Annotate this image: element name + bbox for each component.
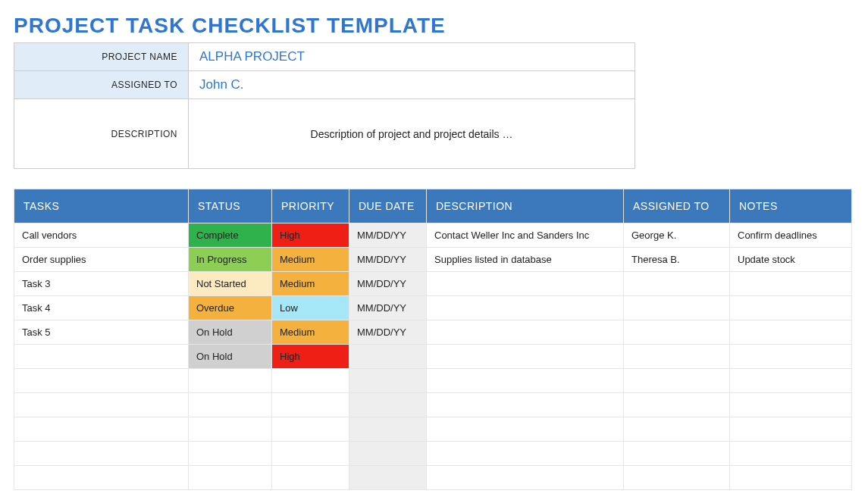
cell-assigned-to[interactable] [624,393,730,417]
assigned-to-label: ASSIGNED TO [14,71,189,99]
col-priority: PRIORITY [272,189,349,223]
table-row: Task 4OverdueLowMM/DD/YY [14,296,852,320]
cell-task[interactable] [14,393,189,417]
cell-priority[interactable] [272,369,349,393]
cell-status[interactable] [189,466,272,490]
cell-task[interactable] [14,417,189,442]
cell-assigned-to[interactable] [624,417,730,442]
col-assigned-to: ASSIGNED TO [624,189,730,223]
cell-status[interactable] [189,369,272,393]
assigned-to-value[interactable]: John C. [189,71,635,99]
cell-notes[interactable]: Confirm deadlines [730,223,852,248]
cell-status[interactable]: In Progress [189,248,272,272]
cell-status[interactable] [189,393,272,417]
cell-due-date[interactable] [349,442,427,466]
cell-status[interactable]: Complete [189,223,272,248]
cell-assigned-to[interactable] [624,466,730,490]
cell-task[interactable]: Task 5 [14,320,189,345]
cell-notes[interactable] [730,393,852,417]
cell-task[interactable]: Task 4 [14,296,189,320]
cell-task[interactable]: Call vendors [14,223,189,248]
cell-priority[interactable] [272,466,349,490]
cell-due-date[interactable] [349,393,427,417]
cell-due-date[interactable]: MM/DD/YY [349,223,427,248]
table-row [14,417,852,442]
table-row: Task 3Not StartedMediumMM/DD/YY [14,272,852,296]
cell-task[interactable] [14,369,189,393]
cell-description[interactable] [427,393,624,417]
cell-assigned-to[interactable] [624,296,730,320]
cell-due-date[interactable] [349,417,427,442]
cell-due-date[interactable]: MM/DD/YY [349,320,427,345]
col-notes: NOTES [730,189,852,223]
cell-assigned-to[interactable] [624,442,730,466]
cell-task[interactable] [14,442,189,466]
table-row: Task 5On HoldMediumMM/DD/YY [14,320,852,345]
cell-status[interactable]: Overdue [189,296,272,320]
project-name-value[interactable]: ALPHA PROJECT [189,43,635,71]
cell-priority[interactable]: High [272,345,349,369]
cell-priority[interactable]: Medium [272,272,349,296]
tasks-header-row: TASKS STATUS PRIORITY DUE DATE DESCRIPTI… [14,189,852,223]
cell-assigned-to[interactable] [624,320,730,345]
cell-description[interactable] [427,345,624,369]
cell-assigned-to[interactable] [624,345,730,369]
cell-priority[interactable]: Medium [272,248,349,272]
cell-task[interactable]: Task 3 [14,272,189,296]
cell-assigned-to[interactable] [624,272,730,296]
cell-due-date[interactable] [349,345,427,369]
table-row [14,466,852,490]
cell-assigned-to[interactable]: George K. [624,223,730,248]
cell-status[interactable] [189,417,272,442]
cell-task[interactable]: Order supplies [14,248,189,272]
cell-notes[interactable] [730,466,852,490]
cell-due-date[interactable]: MM/DD/YY [349,248,427,272]
col-status: STATUS [189,189,272,223]
cell-notes[interactable] [730,320,852,345]
cell-notes[interactable] [730,345,852,369]
cell-priority[interactable] [272,393,349,417]
cell-description[interactable]: Contact Weller Inc and Sanders Inc [427,223,624,248]
cell-description[interactable] [427,369,624,393]
cell-notes[interactable] [730,272,852,296]
cell-due-date[interactable]: MM/DD/YY [349,272,427,296]
cell-priority[interactable]: Medium [272,320,349,345]
description-value[interactable]: Description of project and project detai… [189,99,635,169]
cell-priority[interactable]: High [272,223,349,248]
project-info-table: PROJECT NAME ALPHA PROJECT ASSIGNED TO J… [14,42,635,169]
cell-description[interactable] [427,320,624,345]
cell-description[interactable]: Supplies listed in database [427,248,624,272]
cell-due-date[interactable] [349,466,427,490]
table-row [14,369,852,393]
cell-status[interactable]: On Hold [189,320,272,345]
cell-status[interactable]: Not Started [189,272,272,296]
cell-due-date[interactable] [349,369,427,393]
cell-notes[interactable] [730,369,852,393]
cell-status[interactable] [189,442,272,466]
cell-task[interactable] [14,345,189,369]
cell-due-date[interactable]: MM/DD/YY [349,296,427,320]
description-label: DESCRIPTION [14,99,189,169]
cell-task[interactable] [14,466,189,490]
cell-priority[interactable]: Low [272,296,349,320]
cell-description[interactable] [427,442,624,466]
col-tasks: TASKS [14,189,189,223]
cell-status[interactable]: On Hold [189,345,272,369]
cell-assigned-to[interactable]: Theresa B. [624,248,730,272]
cell-notes[interactable]: Update stock [730,248,852,272]
project-name-label: PROJECT NAME [14,43,189,71]
cell-priority[interactable] [272,442,349,466]
cell-description[interactable] [427,417,624,442]
cell-notes[interactable] [730,442,852,466]
table-row [14,393,852,417]
cell-notes[interactable] [730,417,852,442]
table-row: On HoldHigh [14,345,852,369]
cell-description[interactable] [427,272,624,296]
cell-description[interactable] [427,466,624,490]
cell-priority[interactable] [272,417,349,442]
table-row: Call vendorsCompleteHighMM/DD/YYContact … [14,223,852,248]
table-row: Order suppliesIn ProgressMediumMM/DD/YYS… [14,248,852,272]
cell-notes[interactable] [730,296,852,320]
cell-assigned-to[interactable] [624,369,730,393]
cell-description[interactable] [427,296,624,320]
